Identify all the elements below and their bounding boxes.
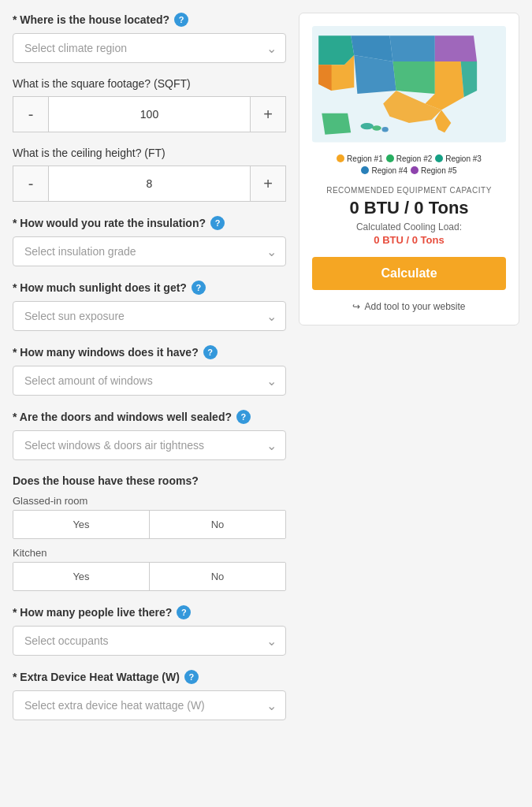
sqft-display: 100 <box>49 96 250 132</box>
ceiling-input-row: - 8 + <box>13 165 286 202</box>
q4-block: * How would you rate the insulation? ? S… <box>13 216 286 266</box>
q8-label: * How many people live there? ? <box>13 605 286 619</box>
legend-label-4: Region #4 <box>371 166 407 175</box>
right-card: Region #1 Region #2 Region #3 Region #4 … <box>299 13 519 325</box>
ceiling-plus-button[interactable]: + <box>250 165 286 202</box>
q6-help-icon[interactable]: ? <box>203 345 218 359</box>
us-map-container <box>312 26 506 145</box>
q9-select-wrapper: Select extra device heat wattage (W) <box>13 690 286 720</box>
add-tool-icon: ↪ <box>352 301 360 312</box>
q4-select-wrapper: Select insulation grade <box>13 236 286 266</box>
legend-dot-4 <box>361 166 369 174</box>
q8-select-wrapper: Select occupants <box>13 626 286 656</box>
glassed-room-label: Glassed-in room <box>13 495 286 507</box>
q7-label: * Are the doors and windows well sealed?… <box>13 410 286 424</box>
btu-value: 0 BTU / 0 Tons <box>312 198 506 218</box>
q6-label-text: * How many windows does it have? <box>13 346 199 359</box>
q6-select-wrapper: Select amount of windows <box>13 366 286 396</box>
occupants-select[interactable]: Select occupants <box>13 626 286 656</box>
glassed-room-no-button[interactable]: No <box>150 511 285 538</box>
q5-label-text: * How much sunlight does it get? <box>13 281 187 294</box>
q9-label-text: * Extra Device Heat Wattage (W) <box>13 671 180 683</box>
q5-label: * How much sunlight does it get? ? <box>13 281 286 295</box>
q6-label: * How many windows does it have? ? <box>13 345 286 359</box>
windows-amount-select[interactable]: Select amount of windows <box>13 366 286 396</box>
right-panel: Region #1 Region #2 Region #3 Region #4 … <box>299 13 519 734</box>
q6-block: * How many windows does it have? ? Selec… <box>13 345 286 396</box>
cooling-load-label: Calculated Cooling Load: <box>312 221 506 232</box>
air-tightness-select[interactable]: Select windows & doors air tightness <box>13 430 286 460</box>
q7-block: * Are the doors and windows well sealed?… <box>13 410 286 460</box>
rec-label: RECOMMENDED EQUIPMENT CAPACITY <box>312 186 506 195</box>
kitchen-yes-button[interactable]: Yes <box>13 563 150 590</box>
sqft-minus-button[interactable]: - <box>13 96 49 132</box>
sun-exposure-select[interactable]: Select sun exposure <box>13 301 286 331</box>
q1-block: * Where is the house located? ? Select c… <box>13 13 286 63</box>
q9-label: * Extra Device Heat Wattage (W) ? <box>13 670 286 684</box>
legend-label-1: Region #1 <box>347 154 383 163</box>
glassed-room-item: Glassed-in room Yes No <box>13 495 286 539</box>
svg-point-2 <box>372 125 381 131</box>
q9-block: * Extra Device Heat Wattage (W) ? Select… <box>13 670 286 720</box>
insulation-grade-select[interactable]: Select insulation grade <box>13 236 286 266</box>
q7-label-text: * Are the doors and windows well sealed? <box>13 411 232 423</box>
legend-item-3: Region #3 <box>435 154 482 163</box>
q3-label: What is the ceiling height? (FT) <box>13 147 286 159</box>
legend-item-5: Region #5 <box>411 166 457 175</box>
rooms-section: Does the house have these rooms? Glassed… <box>13 474 286 591</box>
q5-block: * How much sunlight does it get? ? Selec… <box>13 281 286 331</box>
sqft-plus-button[interactable]: + <box>250 96 286 132</box>
ceiling-minus-button[interactable]: - <box>13 165 49 202</box>
glassed-room-yes-button[interactable]: Yes <box>13 511 150 538</box>
add-tool-link[interactable]: ↪ Add tool to your website <box>312 301 506 312</box>
legend-item-4: Region #4 <box>361 166 407 175</box>
us-map-svg <box>312 26 506 143</box>
q2-block: What is the square footage? (SQFT) - 100… <box>13 77 286 132</box>
page-wrapper: * Where is the house located? ? Select c… <box>0 0 532 747</box>
legend-label-2: Region #2 <box>396 154 433 163</box>
left-panel: * Where is the house located? ? Select c… <box>13 13 286 734</box>
svg-point-1 <box>361 123 374 129</box>
q7-help-icon[interactable]: ? <box>236 410 251 424</box>
q9-help-icon[interactable]: ? <box>184 670 199 684</box>
legend-item-2: Region #2 <box>386 154 433 163</box>
svg-point-3 <box>382 127 389 132</box>
q2-label-text: What is the square footage? (SQFT) <box>13 77 191 90</box>
cooling-load-value: 0 BTU / 0 Tons <box>312 234 506 246</box>
q4-label: * How would you rate the insulation? ? <box>13 216 286 230</box>
kitchen-label: Kitchen <box>13 547 286 559</box>
q4-label-text: * How would you rate the insulation? <box>13 217 206 229</box>
legend-dot-5 <box>411 166 419 174</box>
legend-dot-2 <box>386 154 394 162</box>
climate-region-select[interactable]: Select climate region <box>13 33 286 63</box>
add-tool-text: Add tool to your website <box>364 301 465 312</box>
q8-block: * How many people live there? ? Select o… <box>13 605 286 656</box>
kitchen-yes-no: Yes No <box>13 562 286 591</box>
legend-label-5: Region #5 <box>421 166 457 175</box>
q1-label: * Where is the house located? ? <box>13 13 286 27</box>
q7-select-wrapper: Select windows & doors air tightness <box>13 430 286 460</box>
q3-block: What is the ceiling height? (FT) - 8 + <box>13 147 286 202</box>
q1-label-text: * Where is the house located? <box>13 13 169 26</box>
q2-label: What is the square footage? (SQFT) <box>13 77 286 90</box>
q8-label-text: * How many people live there? <box>13 606 172 619</box>
q5-help-icon[interactable]: ? <box>192 281 206 295</box>
q1-select-wrapper: Select climate region <box>13 33 286 63</box>
legend-dot-1 <box>337 154 344 162</box>
kitchen-item: Kitchen Yes No <box>13 547 286 591</box>
glassed-room-yes-no: Yes No <box>13 510 286 539</box>
kitchen-no-button[interactable]: No <box>150 563 285 590</box>
calculate-button[interactable]: Calculate <box>312 257 506 290</box>
legend-dot-3 <box>435 154 443 162</box>
rooms-label: Does the house have these rooms? <box>13 474 286 487</box>
map-legend: Region #1 Region #2 Region #3 Region #4 … <box>312 154 506 175</box>
q3-label-text: What is the ceiling height? (FT) <box>13 147 166 159</box>
legend-item-1: Region #1 <box>337 154 383 163</box>
q4-help-icon[interactable]: ? <box>210 216 225 230</box>
q8-help-icon[interactable]: ? <box>177 605 191 619</box>
legend-label-3: Region #3 <box>445 154 482 163</box>
ceiling-display: 8 <box>49 165 250 202</box>
q1-help-icon[interactable]: ? <box>174 13 188 27</box>
q5-select-wrapper: Select sun exposure <box>13 301 286 331</box>
extra-device-wattage-select[interactable]: Select extra device heat wattage (W) <box>13 690 286 720</box>
